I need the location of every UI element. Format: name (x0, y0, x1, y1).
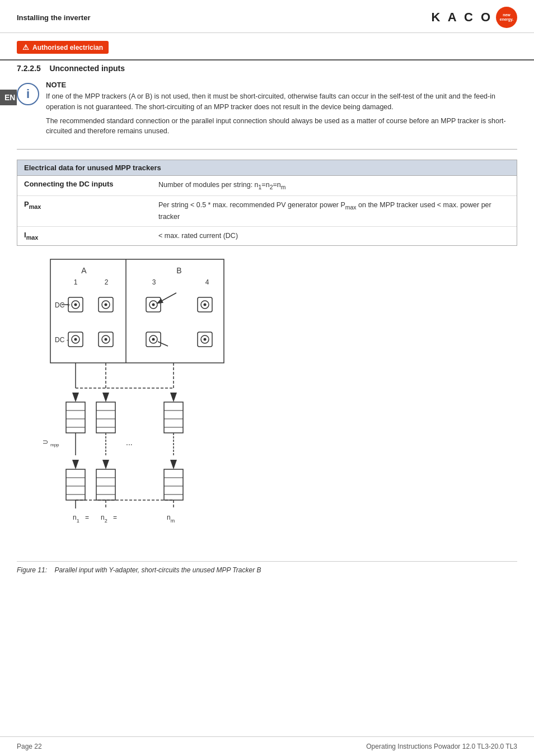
table-cell-pmax-label: Pmax (17, 196, 152, 214)
auth-badge-label: Authorised electrician (32, 44, 103, 52)
svg-text:U: U (43, 440, 49, 444)
svg-marker-43 (170, 393, 177, 402)
kaco-badge-subtitle: newenergy. (500, 13, 513, 21)
svg-rect-69 (96, 469, 115, 500)
section-number: 7.2.2.5 (17, 64, 41, 73)
table-cell-connecting-label: Connecting the DC inputs (17, 176, 152, 192)
svg-text:2: 2 (105, 278, 109, 286)
section-divider (17, 149, 517, 150)
note-paragraph1: If one of the MPP trackers (A or B) is n… (46, 91, 517, 113)
svg-point-36 (204, 338, 207, 340)
svg-rect-73 (164, 469, 183, 500)
circuit-diagram: A B 1 2 3 4 DC + DC - (17, 254, 252, 550)
table-row: Pmax Per string < 0.5 * max. recommended… (17, 196, 517, 227)
svg-text:4: 4 (205, 278, 209, 286)
figure-label: Figure 11: Parallel input with Y-adapter… (17, 566, 261, 574)
footer-page: Page 22 (17, 743, 42, 750)
figure-text: Parallel input with Y-adapter, short-cir… (54, 566, 261, 574)
note-box: i NOTE If one of the MPP trackers (A or … (17, 81, 517, 140)
svg-text:DC -: DC - (55, 336, 69, 344)
footer-title: Operating Instructions Powador 12.0 TL3-… (366, 743, 517, 750)
kaco-logo: K A C O newenergy. (432, 7, 517, 28)
svg-rect-65 (66, 469, 85, 500)
page-footer: Page 22 Operating Instructions Powador 1… (0, 736, 534, 756)
kaco-logo-text: K A C O (432, 10, 493, 25)
svg-point-26 (74, 338, 77, 340)
en-label: EN (0, 90, 17, 105)
figure-caption: Figure 11: Parallel input with Y-adapter… (17, 561, 517, 574)
section-heading: 7.2.2.5 Unconnected inputs (0, 59, 534, 75)
svg-point-12 (74, 303, 77, 306)
svg-text:A: A (81, 266, 87, 275)
section-title: 7.2.2.5 Unconnected inputs (17, 64, 517, 73)
svg-text:nm: nm (167, 514, 175, 524)
auth-badge: ⚠ Authorised electrician (17, 41, 109, 54)
table-cell-pmax-value: Per string < 0.5 * max. recommended PV g… (152, 196, 517, 226)
svg-marker-64 (170, 460, 177, 469)
svg-line-33 (158, 342, 168, 346)
svg-text:n1: n1 (73, 514, 79, 524)
svg-text:=: = (113, 514, 117, 521)
svg-marker-63 (102, 460, 109, 469)
table-row: Connecting the DC inputs Number of modul… (17, 176, 517, 196)
table-cell-imax-value: < max. rated current (DC) (152, 227, 517, 245)
svg-point-23 (204, 303, 207, 306)
diagram-svg: A B 1 2 3 4 DC + DC - (17, 254, 252, 552)
svg-text:mpp: mpp (50, 442, 59, 447)
page-header: Installing the inverter K A C O newenerg… (0, 0, 534, 33)
header-title: Installing the inverter (17, 13, 90, 22)
svg-text:...: ... (126, 438, 133, 447)
table-header: Electrical data for unused MPP trackers (17, 160, 517, 176)
note-paragraph2: The recommended standard connection or t… (46, 116, 517, 137)
svg-text:=: = (85, 514, 89, 521)
svg-point-32 (152, 338, 155, 340)
svg-marker-41 (72, 393, 79, 402)
warning-icon: ⚠ (22, 43, 29, 52)
table-cell-connecting-value: Number of modules per string: n1=n2=nm (152, 176, 517, 195)
svg-point-29 (105, 338, 107, 340)
svg-rect-52 (164, 402, 183, 433)
svg-point-19 (152, 303, 155, 306)
svg-text:1: 1 (74, 278, 78, 286)
table-cell-imax-label: Imax (17, 227, 152, 245)
note-icon: i (17, 83, 39, 105)
svg-rect-48 (96, 402, 115, 433)
svg-marker-62 (72, 460, 79, 469)
note-title: NOTE (46, 81, 517, 89)
kaco-badge: newenergy. (496, 7, 517, 28)
svg-text:n2: n2 (101, 514, 107, 524)
note-content: NOTE If one of the MPP trackers (A or B)… (46, 81, 517, 140)
svg-text:3: 3 (152, 278, 156, 286)
svg-point-16 (105, 303, 107, 306)
svg-rect-44 (66, 402, 85, 433)
diagram-area: A B 1 2 3 4 DC + DC - (17, 254, 517, 552)
table-row: Imax < max. rated current (DC) (17, 227, 517, 245)
section-name: Unconnected inputs (49, 64, 125, 73)
svg-text:B: B (176, 266, 181, 275)
electrical-data-table: Electrical data for unused MPP trackers … (17, 160, 517, 246)
svg-marker-42 (102, 393, 109, 402)
